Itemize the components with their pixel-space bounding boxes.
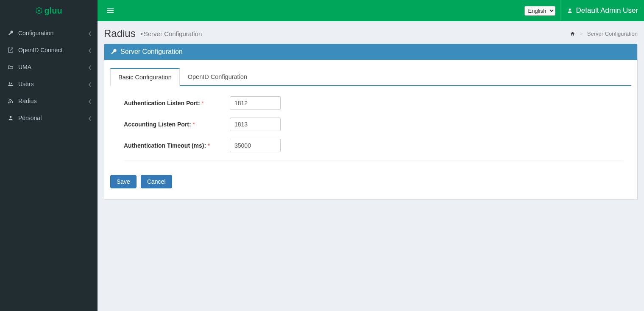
wrench-icon [110, 48, 117, 55]
sidebar-item-users[interactable]: Users ❮ [0, 76, 98, 92]
svg-point-1 [39, 10, 40, 11]
sidebar-item-label: Users [18, 81, 34, 87]
chevron-left-icon: ❮ [88, 48, 92, 53]
save-button[interactable]: Save [110, 175, 137, 188]
sidebar-item-uma[interactable]: UMA ❮ [0, 59, 98, 76]
tab-openid-configuration[interactable]: OpenID Configuration [180, 68, 255, 86]
breadcrumb-separator: > [580, 31, 583, 37]
breadcrumb-home[interactable] [570, 31, 575, 36]
brand-text: gluu [44, 6, 62, 16]
language-select[interactable]: English [524, 6, 555, 16]
acct-port-input[interactable] [230, 118, 281, 131]
auth-timeout-input[interactable] [230, 139, 281, 152]
tab-label: OpenID Configuration [188, 73, 247, 80]
users-icon [6, 81, 15, 87]
sidebar-toggle-button[interactable] [103, 3, 118, 18]
basic-configuration-form: Authentication Listen Port: * Accounting… [110, 96, 631, 175]
sidebar-item-label: Radius [18, 98, 37, 104]
folder-open-icon [6, 64, 15, 70]
person-icon [6, 115, 15, 121]
sidebar-item-label: Configuration [18, 30, 53, 36]
sidebar-item-openid-connect[interactable]: OpenID Connect ❮ [0, 42, 98, 59]
svg-rect-6 [107, 8, 114, 9]
external-link-icon [6, 47, 15, 53]
caret-right-icon: ▸ [141, 31, 143, 36]
tab-label: Basic Configuration [118, 74, 172, 81]
tab-basic-configuration[interactable]: Basic Configuration [110, 68, 180, 87]
topbar: English Default Admin User [98, 0, 644, 21]
rss-icon [6, 98, 15, 104]
hamburger-icon [107, 7, 114, 14]
cancel-button[interactable]: Cancel [141, 175, 172, 188]
divider [124, 160, 624, 160]
sidebar-item-radius[interactable]: Radius ❮ [0, 92, 98, 109]
sidebar-item-personal[interactable]: Personal ❮ [0, 109, 98, 126]
tabs: Basic Configuration OpenID Configuration [110, 67, 631, 86]
svg-rect-8 [107, 12, 114, 13]
sidebar-item-label: OpenID Connect [18, 47, 62, 53]
svg-point-5 [10, 116, 12, 118]
user-label: Default Admin User [576, 6, 638, 15]
brand-hex-icon [35, 7, 43, 14]
svg-rect-7 [107, 10, 114, 11]
auth-timeout-label: Authentication Timeout (ms): * [124, 142, 230, 149]
sidebar-item-configuration[interactable]: Configuration ❮ [0, 25, 98, 42]
chevron-left-icon: ❮ [88, 82, 92, 87]
page-title: Radius [104, 28, 136, 39]
wrench-icon [6, 30, 15, 36]
breadcrumb: > Server Configuration [570, 31, 638, 37]
sidebar-item-label: Personal [18, 115, 42, 121]
chevron-left-icon: ❮ [88, 99, 92, 104]
home-icon [570, 31, 575, 36]
chevron-left-icon: ❮ [88, 65, 92, 70]
acct-port-label: Accounting Listen Port: * [124, 121, 230, 128]
brand-logo[interactable]: gluu [0, 0, 98, 21]
chevron-left-icon: ❮ [88, 116, 92, 120]
page-subtitle: Server Configuration [144, 30, 202, 37]
sidebar: gluu Configuration ❮ OpenID Connect ❮ [0, 0, 98, 311]
auth-port-input[interactable] [230, 96, 281, 110]
panel-heading: Server Configuration [104, 44, 637, 60]
content-header: Radius ▸ Server Configuration > Server C… [98, 21, 644, 44]
svg-point-9 [569, 8, 571, 11]
chevron-left-icon: ❮ [88, 31, 92, 36]
server-configuration-panel: Server Configuration Basic Configuration… [104, 44, 638, 200]
auth-port-label: Authentication Listen Port: * [124, 100, 230, 106]
sidebar-item-label: UMA [18, 64, 31, 70]
user-icon [567, 8, 573, 14]
user-menu[interactable]: Default Admin User [560, 0, 644, 21]
svg-point-2 [9, 82, 11, 84]
svg-point-3 [11, 83, 12, 84]
breadcrumb-current: Server Configuration [587, 31, 638, 37]
svg-point-4 [8, 102, 9, 103]
panel-title: Server Configuration [120, 48, 183, 56]
